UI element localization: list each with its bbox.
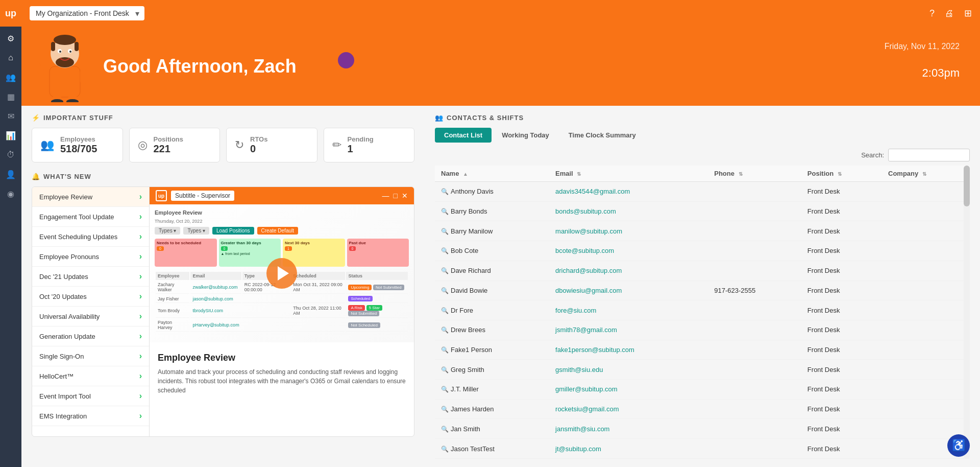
news-item-event-import[interactable]: Event Import Tool › xyxy=(32,386,149,406)
tab-contact-list[interactable]: Contact List xyxy=(435,128,492,143)
news-item-hellocert[interactable]: HelloCert™ › xyxy=(32,366,149,386)
email-link[interactable]: fake1person@subitup.com xyxy=(555,346,634,354)
cell-position: Front Desk xyxy=(801,182,882,202)
col-phone[interactable]: Phone ⇅ xyxy=(708,166,801,182)
rtos-icon: ↻ xyxy=(235,138,244,152)
left-panel: ⚡ IMPORTANT STUFF 👥 Employees 518/705 ◎ … xyxy=(21,106,425,467)
rtos-card[interactable]: ↻ RTOs 0 xyxy=(226,128,317,162)
email-link[interactable]: adavis34544@gmail.com xyxy=(555,188,630,195)
news-item-dec21[interactable]: Dec '21 Updates › xyxy=(32,267,149,287)
row-search-icon: 🔍 xyxy=(441,386,449,393)
news-item-event-scheduling[interactable]: Event Scheduling Updates › xyxy=(32,227,149,247)
news-item-oct20[interactable]: Oct '20 Updates › xyxy=(32,287,149,307)
minimize-icon[interactable]: — xyxy=(382,192,389,200)
sidebar-item-people[interactable]: 👥 xyxy=(0,67,21,87)
email-link[interactable]: jansmith@siu.com xyxy=(555,425,609,433)
sidebar-item-clock[interactable]: ⏱ xyxy=(0,145,21,165)
sidebar-item-calendar[interactable]: ▦ xyxy=(0,87,21,106)
btn-create-default[interactable]: Create Default xyxy=(257,227,298,235)
email-link[interactable]: drichard@subitup.com xyxy=(555,267,622,274)
apps-icon[interactable]: ⊞ xyxy=(964,8,972,19)
svg-rect-11 xyxy=(80,69,86,84)
col-company[interactable]: Company ⇅ xyxy=(882,166,970,182)
cell-company xyxy=(882,221,970,241)
email-link[interactable]: bcote@subitup.com xyxy=(555,247,614,254)
contacts-scroll-area: Name ▲ Email ⇅ Phone ⇅ Position ⇅ Compan… xyxy=(435,166,970,459)
tab-time-clock[interactable]: Time Clock Summary xyxy=(559,128,645,143)
hero-period: pm xyxy=(944,66,960,79)
org-selector[interactable]: My Organization - Front Desk xyxy=(30,6,144,20)
btn-load-positions[interactable]: Load Positions xyxy=(212,227,254,235)
sidebar-item-location[interactable]: ◉ xyxy=(0,184,21,203)
scrollbar[interactable] xyxy=(964,166,970,459)
cell-email: gmiller@subitup.com xyxy=(549,380,708,400)
row-search-icon: 🔍 xyxy=(441,208,449,215)
row-search-icon: 🔍 xyxy=(441,247,449,254)
cell-name: 🔍Dave Richard xyxy=(435,261,549,281)
news-item-universal[interactable]: Universal Availability › xyxy=(32,307,149,326)
whats-new-section: Employee Review › Engagement Tool Update… xyxy=(32,186,414,437)
help-icon[interactable]: ? xyxy=(929,8,935,19)
play-button[interactable] xyxy=(266,258,297,289)
employees-label: Employees xyxy=(60,135,97,143)
col-name[interactable]: Name ▲ xyxy=(435,166,549,182)
cell-company xyxy=(882,241,970,261)
row-search-icon: 🔍 xyxy=(441,406,449,413)
sidebar-item-user[interactable]: 👤 xyxy=(0,165,21,184)
email-link[interactable]: jt@subitup.com xyxy=(555,445,601,453)
tab-working-today[interactable]: Working Today xyxy=(493,128,558,143)
sidebar-item-mail[interactable]: ✉ xyxy=(0,106,21,126)
email-link[interactable]: gmiller@subitup.com xyxy=(555,385,618,393)
cell-phone xyxy=(708,182,801,202)
cell-phone xyxy=(708,221,801,241)
svg-point-15 xyxy=(66,99,79,102)
org-dropdown[interactable]: My Organization - Front Desk xyxy=(30,6,144,20)
email-link[interactable]: rocketsiu@gmail.com xyxy=(555,405,619,413)
email-link[interactable]: dbowiesiu@gmail.com xyxy=(555,287,622,294)
cell-name: 🔍Anthony Davis xyxy=(435,182,549,202)
cell-phone xyxy=(708,201,801,221)
cell-name: 🔍Fake1 Person xyxy=(435,340,549,360)
arrow-icon: › xyxy=(139,272,142,281)
email-link[interactable]: manilow@subitup.com xyxy=(555,227,622,235)
news-item-generation[interactable]: Generation Update › xyxy=(32,326,149,346)
news-item-employee-review[interactable]: Employee Review › xyxy=(32,187,149,207)
positions-card[interactable]: ◎ Positions 221 xyxy=(129,128,220,162)
arrow-icon: › xyxy=(139,371,142,381)
arrow-icon: › xyxy=(139,252,142,261)
news-item-engagement[interactable]: Engagement Tool Update › xyxy=(32,207,149,227)
accessibility-button[interactable]: ♿ xyxy=(947,434,970,457)
cell-position: Front Desk xyxy=(801,360,882,380)
cell-email: rocketsiu@gmail.com xyxy=(549,399,708,419)
pending-card[interactable]: ✏ Pending 1 xyxy=(324,128,415,162)
table-row: 🔍Barry Manilow manilow@subitup.com Front… xyxy=(435,221,970,241)
news-item-sso[interactable]: Single Sign-On › xyxy=(32,346,149,366)
print-icon[interactable]: 🖨 xyxy=(945,8,954,19)
cell-name: 🔍Bob Cote xyxy=(435,241,549,261)
contacts-icon: 👥 xyxy=(435,114,444,122)
sidebar-item-home[interactable]: ⌂ xyxy=(0,48,21,67)
news-video-header: up Subtitle - Supervisor — □ ✕ xyxy=(150,187,414,204)
cell-position: Front Desk xyxy=(801,419,882,439)
cell-email: manilow@subitup.com xyxy=(549,221,708,241)
arrow-icon: › xyxy=(139,292,142,301)
maximize-icon[interactable]: □ xyxy=(394,192,398,200)
rtos-value: 0 xyxy=(250,143,267,155)
email-link[interactable]: fore@siu.com xyxy=(555,307,596,314)
email-link[interactable]: bonds@subitup.com xyxy=(555,207,616,215)
email-link[interactable]: gsmith@siu.edu xyxy=(555,366,603,373)
sidebar-item-settings[interactable]: ⚙ xyxy=(0,29,21,48)
news-item-pronouns[interactable]: Employee Pronouns › xyxy=(32,247,149,267)
news-item-ems[interactable]: EMS Integration › xyxy=(32,406,149,426)
employees-card[interactable]: 👥 Employees 518/705 xyxy=(32,128,123,162)
table-row: 🔍Fake1 Person fake1person@subitup.com Fr… xyxy=(435,340,970,360)
app-logo[interactable]: up xyxy=(0,0,21,27)
table-row: 🔍Dr Fore fore@siu.com Front Desk xyxy=(435,300,970,320)
email-link[interactable]: jsmith78@gmail.com xyxy=(555,326,617,334)
search-input[interactable] xyxy=(888,149,970,161)
col-email[interactable]: Email ⇅ xyxy=(549,166,708,182)
sidebar-item-chart[interactable]: 📊 xyxy=(0,126,21,145)
col-position[interactable]: Position ⇅ xyxy=(801,166,882,182)
table-row: 🔍David Bowie dbowiesiu@gmail.com 917-623… xyxy=(435,281,970,300)
close-icon[interactable]: ✕ xyxy=(402,192,408,200)
